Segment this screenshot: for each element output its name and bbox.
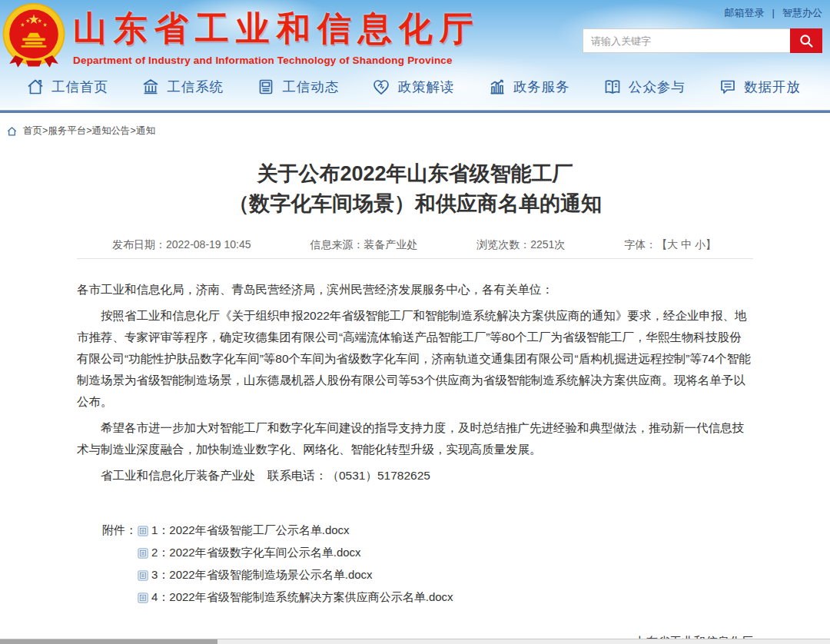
nav-item-home[interactable]: 工信首页 <box>26 78 108 96</box>
scrollbar-thumb[interactable] <box>0 639 217 644</box>
attachment-link-2[interactable]: 2：2022年省级数字化车间公示名单.docx <box>151 546 361 560</box>
breadcrumb-home-icon <box>6 126 18 137</box>
search-icon <box>798 33 814 48</box>
paragraph: 希望各市进一步加大对智能工厂和数字化车间建设的指导支持力度，及时总结推广先进经验… <box>77 417 753 460</box>
nav-label: 公众参与 <box>629 78 686 96</box>
mail-login-link[interactable]: 邮箱登录 <box>725 7 765 18</box>
font-size-control[interactable]: 字体：【大 中 小】 <box>624 238 716 252</box>
nav-item-service[interactable]: 政务服务 <box>488 78 570 96</box>
nav-item-data[interactable]: 数据开放 <box>719 78 801 96</box>
nav-item-participation[interactable]: 公众参与 <box>603 78 686 96</box>
breadcrumb[interactable]: 首页>服务平台>通知公告>通知 <box>0 113 830 138</box>
site-header: 山东省工业和信息化厅 Department of Industry and In… <box>0 0 830 108</box>
doc-file-icon <box>138 526 148 536</box>
nav-label: 政务服务 <box>513 78 570 96</box>
article-body: 各市工业和信息化局，济南、青岛民营经济局，滨州民营经济发展服务中心，各有关单位：… <box>77 279 753 486</box>
article-title-line2: （数字化车间场景）和供应商名单的通知 <box>77 189 753 219</box>
attachment-row: 附件： 1：2022年省级智能工厂公示名单.docx <box>77 523 753 538</box>
site-title: 山东省工业和信息化厅 <box>73 6 480 51</box>
nav-item-system[interactable]: 工信系统 <box>141 78 224 96</box>
news-icon <box>257 78 275 96</box>
chat-bubble-icon <box>719 78 737 96</box>
attachments: 附件： 1：2022年省级智能工厂公示名单.docx 2：2022年省级数字化车… <box>77 523 753 605</box>
publish-date: 发布日期：2022-08-19 10:45 <box>112 238 251 252</box>
article: 关于公布2022年山东省级智能工厂 （数字化车间场景）和供应商名单的通知 发布日… <box>77 159 753 644</box>
nav-label: 工信动态 <box>282 78 339 96</box>
paragraph: 省工业和信息化厅装备产业处 联系电话：（0531）51782625 <box>77 465 753 486</box>
nav-label: 数据开放 <box>744 78 801 96</box>
bank-icon <box>141 78 160 96</box>
doc-file-icon <box>138 593 148 603</box>
topbar-separator: | <box>772 7 775 18</box>
breadcrumb-text: 首页>服务平台>通知公告>通知 <box>23 124 155 138</box>
article-meta: 发布日期：2022-08-19 10:45 信息来源：装备产业处 浏览次数：22… <box>77 231 753 259</box>
horizontal-scrollbar[interactable] <box>0 639 830 644</box>
national-emblem-icon <box>1 2 67 70</box>
handshake-heart-icon <box>372 78 390 96</box>
main-nav: 工信首页 工信系统 工信动态 政策解读 政务服务 <box>0 69 830 108</box>
paragraph: 各市工业和信息化局，济南、青岛民营经济局，滨州民营经济发展服务中心，各有关单位： <box>77 279 753 300</box>
attachment-link-1[interactable]: 1：2022年省级智能工厂公示名单.docx <box>151 523 350 538</box>
attachment-link-4[interactable]: 4：2022年省级智能制造系统解决方案供应商公示名单.docx <box>151 590 453 605</box>
nav-item-policy[interactable]: 政策解读 <box>372 78 454 96</box>
article-title-line1: 关于公布2022年山东省级智能工厂 <box>77 159 753 189</box>
attachments-label: 附件： <box>102 523 138 538</box>
open-book-icon <box>603 78 622 96</box>
home-icon <box>26 78 45 96</box>
nav-label: 工信系统 <box>167 78 224 96</box>
nav-label: 政策解读 <box>397 78 454 96</box>
smart-office-link[interactable]: 智慧办公 <box>782 7 822 18</box>
view-count: 浏览次数：2251次 <box>476 238 565 252</box>
attachment-row: 3：2022年省级智能制造场景公示名单.docx <box>77 568 753 583</box>
doc-file-icon <box>138 570 148 581</box>
nav-label: 工信首页 <box>51 78 108 96</box>
article-title: 关于公布2022年山东省级智能工厂 （数字化车间场景）和供应商名单的通知 <box>77 159 753 219</box>
search-input[interactable] <box>583 28 790 53</box>
paragraph: 按照省工业和信息化厅《关于组织申报2022年省级智能工厂和智能制造系统解决方案供… <box>77 305 753 413</box>
search-box <box>583 28 822 53</box>
attachment-link-3[interactable]: 3：2022年省级智能制造场景公示名单.docx <box>151 568 373 583</box>
site-subtitle: Department of Industry and Information T… <box>73 55 480 66</box>
doc-file-icon <box>138 548 148 559</box>
search-button[interactable] <box>790 28 822 53</box>
topbar: 邮箱登录|智慧办公 <box>725 6 822 20</box>
attachment-row: 2：2022年省级数字化车间公示名单.docx <box>77 546 753 560</box>
info-source: 信息来源：装备产业处 <box>310 238 417 252</box>
attachment-row: 4：2022年省级智能制造系统解决方案供应商公示名单.docx <box>77 590 753 605</box>
nav-item-news[interactable]: 工信动态 <box>257 78 339 96</box>
bar-chart-icon <box>488 78 506 96</box>
